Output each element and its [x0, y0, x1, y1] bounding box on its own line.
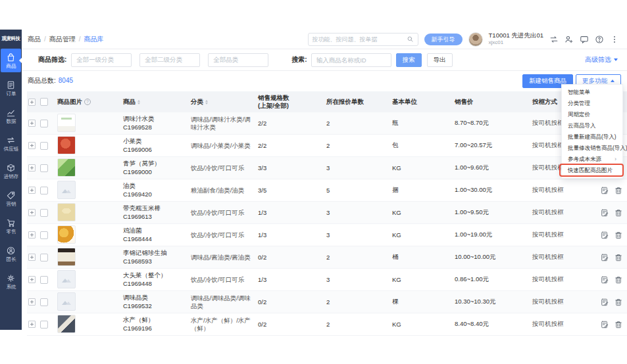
product-code: C1969448 — [123, 280, 191, 288]
sidebar-item-goods[interactable]: 商品 — [1, 49, 21, 72]
basket-method: 按司机投框 — [532, 275, 601, 284]
row-checkbox[interactable] — [40, 254, 48, 262]
sort-icon[interactable] — [138, 99, 140, 106]
menu-item[interactable]: 批量新建商品(导入) — [562, 131, 622, 143]
sidebar-item-supply-chain[interactable]: 供应链 — [1, 131, 21, 155]
row-checkbox[interactable] — [40, 142, 48, 150]
header-spec: 销售规格数 (上架/全部) — [258, 94, 326, 110]
edit-quotation-icon[interactable] — [601, 298, 609, 306]
sidebar-item-marketing[interactable]: 营销 — [1, 187, 21, 210]
quote-count: 2 — [326, 254, 392, 261]
row-checkbox[interactable] — [40, 164, 48, 172]
row-checkbox[interactable] — [40, 209, 48, 217]
expand-row-button[interactable] — [28, 231, 36, 239]
more-menu-icon[interactable] — [610, 35, 619, 44]
select-all-checkbox[interactable] — [40, 98, 48, 106]
expand-row-button[interactable] — [28, 321, 36, 328]
edit-quotation-icon[interactable] — [601, 254, 609, 262]
delete-icon[interactable] — [614, 209, 622, 217]
edit-quotation-icon[interactable] — [601, 321, 609, 329]
delete-icon[interactable] — [614, 231, 622, 239]
spec-count: 0/2 — [258, 321, 326, 328]
delete-icon[interactable] — [614, 321, 622, 329]
product-type-select[interactable]: 全部品类 — [208, 53, 268, 67]
menu-item[interactable]: 周期定价 — [562, 109, 622, 120]
row-checkbox[interactable] — [40, 187, 48, 194]
table-row: 李锦记锦珍生抽 C1968593 调味品/酱油类/酱油类 0/2 2 桶 10.… — [27, 246, 627, 269]
menu-item[interactable]: 分类管理 — [562, 98, 622, 109]
sidebar-item-orders[interactable]: 订单 — [1, 76, 21, 100]
sale-price: 0.86~1.00元 — [455, 275, 532, 284]
beginner-guide-button[interactable]: 新手引导 — [424, 34, 463, 45]
sidebar-item-inventory[interactable]: 进销存 — [1, 159, 21, 183]
row-checkbox[interactable] — [40, 231, 48, 239]
breadcrumb-item-goods-library[interactable]: 商品库 — [84, 35, 104, 44]
chart-icon — [6, 108, 16, 118]
invite-icon[interactable] — [564, 35, 574, 44]
delete-icon[interactable] — [614, 187, 622, 194]
table-toolbar: 商品总数:8045 新建销售商品 更多功能 — [22, 73, 627, 89]
menu-item[interactable]: 云商品导入 — [562, 120, 622, 131]
row-checkbox[interactable] — [40, 298, 48, 306]
menu-item[interactable]: 参考成本来源 › — [562, 154, 622, 165]
quote-count: 2 — [326, 120, 392, 127]
menu-item[interactable]: 快速匹配商品图片 — [562, 165, 622, 176]
breadcrumb-item-goods[interactable]: 商品 — [28, 35, 41, 44]
row-checkbox[interactable] — [40, 120, 48, 127]
help-icon[interactable] — [595, 35, 604, 44]
level1-category-select[interactable]: 全部一级分类 — [71, 53, 132, 67]
sidebar-item-system[interactable]: 系统 — [1, 269, 21, 293]
menu-item-label: 智能菜单 — [568, 87, 590, 98]
basket-method: 按司机投框 — [532, 298, 601, 306]
product-search-input[interactable] — [311, 53, 391, 67]
sidebar-item-leader[interactable]: 团长 — [1, 242, 21, 265]
export-button[interactable]: 导出 — [427, 53, 453, 67]
expand-all-button[interactable] — [28, 99, 36, 106]
row-checkbox[interactable] — [40, 276, 48, 284]
global-search-input[interactable] — [313, 36, 407, 43]
menu-item[interactable]: 批量修改销售商品(导入) — [562, 143, 622, 154]
delete-icon[interactable] — [614, 254, 622, 262]
edit-quotation-icon[interactable] — [601, 231, 609, 239]
sidebar-item-retail[interactable]: 零售 — [1, 214, 21, 238]
expand-row-button[interactable] — [28, 142, 36, 149]
breadcrumb-item-goods-manage[interactable]: 商品管理 — [49, 35, 76, 44]
sidebar-item-label: 进销存 — [3, 174, 18, 179]
level2-category-select[interactable]: 全部二级分类 — [139, 53, 200, 67]
delete-icon[interactable] — [614, 298, 622, 306]
edit-quotation-icon[interactable] — [601, 209, 609, 217]
search-button[interactable]: 搜索 — [396, 53, 422, 67]
product-name-cell: 调味汁水类 C1969528 — [123, 115, 191, 132]
message-icon[interactable] — [580, 35, 589, 44]
expand-row-button[interactable] — [28, 298, 36, 306]
edit-quotation-icon[interactable] — [601, 276, 609, 284]
header-category[interactable]: 分类 — [191, 98, 258, 106]
breadcrumb: 商品 / 商品管理 / 商品库 — [28, 35, 104, 44]
row-checkbox[interactable] — [40, 321, 48, 329]
expand-row-button[interactable] — [28, 276, 36, 283]
header-unit: 基本单位 — [392, 98, 455, 106]
avatar[interactable] — [468, 32, 483, 47]
product-code: C1969532 — [123, 302, 191, 311]
expand-row-button[interactable] — [28, 187, 36, 194]
product-table: 商品图片 商品 分类 销售规格数 (上架/全部) 所 — [27, 91, 627, 336]
delete-icon[interactable] — [614, 276, 622, 284]
sort-icon[interactable] — [205, 99, 208, 106]
expand-row-button[interactable] — [28, 164, 36, 171]
sidebar-item-label: 供应链 — [3, 147, 18, 152]
help-circle-icon[interactable] — [84, 99, 91, 105]
edit-quotation-icon[interactable] — [601, 187, 609, 194]
account-name: T10001 先进先出01 — [489, 32, 543, 39]
product-category: 粮油副食/油类/油类 — [191, 187, 258, 194]
sidebar-item-data[interactable]: 数据 — [1, 104, 21, 127]
expand-row-button[interactable] — [28, 120, 36, 127]
expand-row-button[interactable] — [28, 209, 36, 216]
expand-row-button[interactable] — [28, 254, 36, 261]
sidebar-item-label: 数据 — [6, 119, 16, 124]
sidebar-item-label: 营销 — [6, 202, 16, 207]
menu-item[interactable]: 智能菜单 — [562, 87, 622, 98]
advanced-filter-link[interactable]: 高级筛选 — [585, 55, 618, 64]
switch-account-icon[interactable] — [549, 35, 559, 44]
table-row: 油类 C1969420 粮油副食/油类/油类 3/5 5 捆 1.00~30.0… — [27, 179, 627, 202]
header-product[interactable]: 商品 — [123, 98, 191, 106]
